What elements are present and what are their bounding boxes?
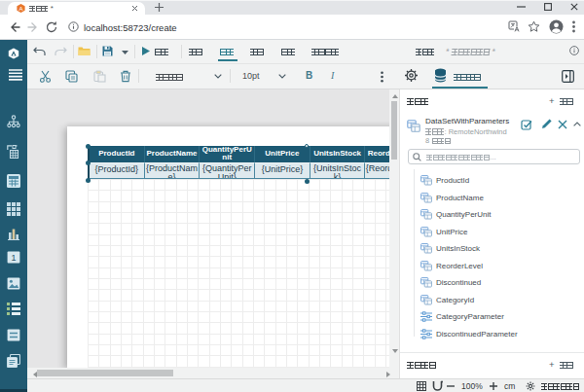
svg-text:1: 1 [11,253,16,263]
svg-text:A: A [18,6,22,12]
